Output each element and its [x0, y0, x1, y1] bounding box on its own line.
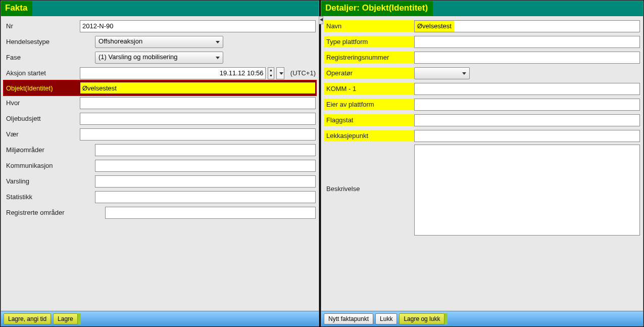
row-oljebudsjett: Oljebudsjett [4, 111, 316, 126]
spinner-down-icon[interactable]: ▼ [268, 73, 273, 79]
label-vaer: Vær [4, 130, 80, 138]
row-flaggstat: Flaggstat [324, 112, 640, 128]
detaljer-header: Detaljer: Objekt(Identitet) [321, 1, 643, 16]
detaljer-footer: Nytt faktapunkt Lukk Lagre og lukk [321, 311, 643, 326]
row-miljo: Miljøområder [4, 142, 316, 158]
collapse-left-icon[interactable]: ◀ [319, 16, 323, 24]
row-fase: Fase (1) Varsling og mobilisering [4, 50, 316, 65]
row-type-plattform: Type plattform [324, 34, 640, 50]
row-kommunikasjon: Kommunikasjon [4, 158, 316, 173]
row-lekkasje: Lekkasjepunkt [324, 128, 640, 144]
input-type[interactable] [414, 36, 640, 48]
label-besk: Beskrivelse [324, 145, 414, 193]
row-statistikk: Statistikk [4, 189, 316, 205]
input-stat[interactable] [95, 191, 316, 203]
label-navn: Navn [324, 20, 414, 32]
label-lekk: Lekkasjepunkt [324, 130, 414, 142]
detaljer-form: Navn Øvelsestest Type plattform Registre… [321, 16, 643, 311]
input-regnr[interactable] [414, 52, 640, 64]
nytt-faktapunkt-button[interactable]: Nytt faktapunkt [324, 313, 373, 324]
select-hendelsestype[interactable]: Offshoreaksjon [95, 36, 223, 48]
label-komm1: KOMM - 1 [324, 83, 414, 95]
row-aksjon: Aksjon startet ▲▼ (UTC+1) [4, 65, 316, 81]
input-komm[interactable] [95, 160, 316, 172]
input-olje[interactable] [80, 113, 316, 125]
row-komm1: KOMM - 1 [324, 81, 640, 97]
label-fase: Fase [4, 54, 95, 61]
label-regomr: Registrerte områder [4, 209, 105, 216]
row-navn: Navn Øvelsestest [324, 18, 640, 34]
label-hvor: Hvor [4, 99, 80, 107]
label-objekt: Objekt(Identitet) [4, 84, 80, 92]
label-operator: Operatør [324, 67, 414, 79]
label-miljo: Miljøområder [4, 146, 95, 154]
input-aksjon-datetime[interactable] [80, 67, 266, 79]
label-eier: Eier av plattform [324, 99, 414, 110]
input-hvor[interactable] [80, 97, 316, 109]
row-operator: Operatør [324, 65, 640, 81]
spinner-up-icon[interactable]: ▲ [268, 68, 273, 73]
label-type: Type plattform [324, 36, 414, 48]
input-navn-value: Øvelsestest [415, 21, 454, 32]
row-varsling: Varsling [4, 173, 316, 189]
label-olje: Oljebudsjett [4, 115, 80, 122]
row-beskrivelse: Beskrivelse [324, 144, 640, 238]
select-operator[interactable] [414, 67, 470, 79]
label-varsling: Varsling [4, 177, 95, 185]
input-navn[interactable]: Øvelsestest [414, 20, 640, 32]
fakta-panel: Fakta Nr Hendelsestype Offshoreaksjon Fa… [1, 1, 319, 326]
label-flagg: Flaggstat [324, 114, 414, 126]
lagre-angi-tid-button[interactable]: Lagre, angi tid [4, 313, 51, 324]
input-eier[interactable] [414, 99, 640, 111]
input-objekt[interactable] [80, 82, 316, 94]
lukk-button[interactable]: Lukk [375, 313, 397, 324]
timezone-label: (UTC+1) [286, 69, 316, 77]
fakta-footer: Lagre, angi tid Lagre [1, 311, 319, 326]
row-eier: Eier av plattform [324, 97, 640, 112]
datetime-dropdown-button[interactable] [276, 67, 284, 79]
fakta-title: Fakta [1, 1, 32, 16]
input-lekk[interactable] [414, 130, 640, 142]
label-aksjon: Aksjon startet [4, 69, 80, 77]
row-nr: Nr [4, 18, 316, 34]
input-miljo[interactable] [95, 144, 316, 156]
label-nr: Nr [4, 22, 80, 30]
input-regomr[interactable] [105, 207, 316, 219]
footer-separator-right [444, 313, 448, 324]
row-vaer: Vær [4, 126, 316, 142]
lagre-button[interactable]: Lagre [53, 313, 78, 324]
textarea-beskrivelse[interactable] [414, 145, 640, 236]
footer-separator [78, 313, 81, 324]
input-varsling[interactable] [95, 175, 316, 188]
detaljer-title: Detaljer: Objekt(Identitet) [321, 1, 433, 16]
input-nr[interactable] [80, 20, 316, 32]
input-flagg[interactable] [414, 114, 640, 126]
row-regnr: Registreringsnummer [324, 50, 640, 65]
label-regnr: Registreringsnummer [324, 52, 414, 63]
detaljer-panel: ◀ Detaljer: Objekt(Identitet) Navn Øvels… [321, 1, 643, 326]
label-hendelsestype: Hendelsestype [4, 38, 95, 45]
fakta-form: Nr Hendelsestype Offshoreaksjon Fase (1)… [1, 16, 319, 311]
input-komm1[interactable] [414, 83, 640, 95]
row-hendelsestype: Hendelsestype Offshoreaksjon [4, 34, 316, 50]
label-komm: Kommunikasjon [4, 162, 95, 169]
datetime-spinner[interactable]: ▲▼ [268, 67, 274, 79]
fakta-header: Fakta [1, 1, 319, 16]
select-fase[interactable]: (1) Varsling og mobilisering [95, 52, 223, 64]
label-stat: Statistikk [4, 193, 95, 201]
row-objekt-identitet[interactable]: Objekt(Identitet) [3, 80, 317, 96]
lagre-og-lukk-button[interactable]: Lagre og lukk [399, 313, 444, 324]
row-regomr: Registrerte områder [4, 205, 316, 220]
input-vaer[interactable] [80, 128, 316, 141]
row-hvor: Hvor [4, 95, 316, 111]
